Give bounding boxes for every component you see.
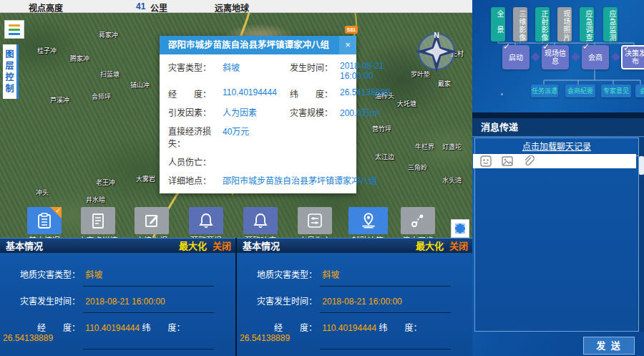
app-root: 视点高度 41 公里 远离地球 蒋家冲 桂子冲 腾家冲 扫蓝塘 铺山冲 芦溪冲 … <box>0 0 644 356</box>
map-place-label: 戴家 <box>438 79 451 88</box>
stage-label: 会商 <box>588 54 602 62</box>
map-place-label: 桂子冲 <box>37 46 57 55</box>
row-label: 地质灾害类型： <box>237 268 317 280</box>
info-row: 灾害发生时间： 2018-08-21 16:00:00 <box>0 294 223 313</box>
layer-control-tab[interactable]: 图层控制 <box>3 44 19 99</box>
row-underline <box>320 349 451 350</box>
info-row: 经 度： 110.40194444 纬 度： 26.54138889 <box>237 321 459 350</box>
info-row: 灾害发生时间： 2018-08-21 16:00:00 <box>237 294 459 313</box>
close-button[interactable]: 关闭 <box>449 241 468 251</box>
row-value: 110.40194444 <box>322 323 376 333</box>
section-divider <box>472 112 644 118</box>
map-place-label: 水头湾 <box>442 175 462 185</box>
message-panel-title: 消息传递 <box>472 118 644 137</box>
row-label: 灾害发生时间： <box>237 294 317 307</box>
panel-divider <box>235 238 237 356</box>
send-button[interactable]: 发 送 <box>583 337 635 355</box>
stage-node-start[interactable]: ✓ 启动 <box>502 45 530 69</box>
output-task-dispatch-button[interactable]: 任务派遣 <box>531 85 558 97</box>
map-place-label: 扫蓝塘 <box>100 69 119 79</box>
map-place-label: 芦溪冲 <box>50 95 69 105</box>
load-chat-history-link[interactable]: 点击加载聊天记录 <box>522 142 591 152</box>
toolbar-stop-sync-button[interactable] <box>401 207 435 234</box>
disaster-type-value: 斜坡 <box>223 61 290 81</box>
toolbar-warning-button[interactable] <box>189 207 223 234</box>
toolbar-decision-button[interactable] <box>348 207 388 234</box>
popup-title: 邵阳市城步苗族自治县茅坪镇谭家冲八组 <box>160 36 356 54</box>
viewpoint-height-unit: 公里 <box>150 1 167 14</box>
map-place-label: 灯盏坨 <box>442 142 462 151</box>
camera-mode-label: 远离地球 <box>215 1 249 14</box>
layer-button-ortho[interactable]: 正射影像 <box>535 7 550 42</box>
chat-scrollbar[interactable] <box>639 138 644 332</box>
basic-info-panel: 基本情况 最大化关闭 地质灾害类型： 斜坡 灾害发生时间： 2018-08-21… <box>0 238 235 356</box>
disaster-type-label: 灾害类型： <box>168 61 223 81</box>
select-extent-tool[interactable] <box>451 219 469 238</box>
row-label: 灾害发生时间： <box>0 294 80 307</box>
row-label2: 纬 度： <box>142 323 185 333</box>
check-icon: ✓ <box>542 43 550 51</box>
flow-arrow-icon <box>531 52 540 62</box>
map-place-label: 牛栏界 <box>415 142 434 151</box>
casualty-value <box>223 155 290 168</box>
layer-button-panorama[interactable]: 全景 <box>491 7 505 42</box>
viewpoint-height-value: 41 <box>136 1 145 11</box>
row-underline <box>83 312 214 313</box>
basic-info-panel-2: 基本情况 最大化关闭 地质灾害类型： 斜坡 灾害发生时间： 2018-08-21… <box>237 238 472 356</box>
image-icon[interactable] <box>502 155 513 167</box>
paperclip-icon[interactable] <box>523 155 535 167</box>
toolbar-detail-button[interactable] <box>81 207 115 234</box>
hamburger-icon <box>9 24 20 27</box>
latitude-value: 26.54138889 <box>340 87 390 100</box>
toolbar-report-button[interactable] <box>135 207 169 234</box>
layer-button-survey[interactable]: 应急调查 <box>580 7 594 42</box>
row-label2: 纬 度： <box>379 323 422 333</box>
map-place-label: 会师坪 <box>92 92 111 101</box>
right-panel: 全景 三维影像 正射影像 现场照片 应急调查 应急监测 ✓ 启动 ✓ 现场信息 … <box>472 0 644 356</box>
layer-button-3d-image[interactable]: 三维影像 <box>513 7 527 42</box>
menu-toggle-button[interactable] <box>4 20 24 39</box>
stage-node-site-info[interactable]: ✓ 现场信息 <box>542 45 569 69</box>
sliders-icon <box>306 212 323 229</box>
stage-node-decision[interactable]: ✓ 决策发布 <box>621 45 644 69</box>
map-place-label: 大圫塘 <box>397 99 416 108</box>
close-button[interactable]: 关闭 <box>213 241 231 251</box>
popup-close-button[interactable]: × <box>339 36 356 54</box>
bell-icon <box>197 212 215 229</box>
map-canvas[interactable]: 蒋家冲 桂子冲 腾家冲 扫蓝塘 铺山冲 芦溪冲 会师坪 正村 罗叶垫 戴家 油榨… <box>0 13 472 238</box>
row-underline <box>83 286 214 287</box>
check-icon: ✓ <box>503 43 510 51</box>
compass-icon[interactable]: N <box>414 29 459 77</box>
stage-node-consult[interactable]: ✓ 会商 <box>582 45 609 69</box>
layer-button-site-photo[interactable]: 现场照片 <box>557 7 572 42</box>
smiley-icon[interactable] <box>480 155 492 167</box>
maximize-button[interactable]: 最大化 <box>179 241 207 251</box>
map-place-label: 蒋家冲 <box>99 30 118 39</box>
road-shield-badge: S81 <box>345 26 358 34</box>
info-row: 地质灾害类型： 斜坡 <box>0 268 223 287</box>
chat-scrollbar-thumb[interactable] <box>639 156 644 175</box>
map-place-label: 铺山冲 <box>130 80 150 90</box>
panel-title: 基本情况 <box>6 241 43 251</box>
toolbar-basic-info-button[interactable]: ✓ <box>27 207 62 234</box>
maximize-button[interactable]: 最大化 <box>416 241 444 251</box>
address-value: 邵阳市城步苗族自治县茅坪镇谭家冲八组 <box>223 174 390 186</box>
chat-input-toolbar <box>473 154 636 168</box>
output-expert-opinion-button[interactable]: 专家意见 <box>601 85 631 97</box>
occur-time-label: 发生时间： <box>290 61 340 81</box>
document-icon <box>89 212 107 229</box>
casualty-label: 人员伤亡： <box>168 155 223 168</box>
occur-time-value: 2018-08-21 16:00:00 <box>340 61 390 81</box>
toolbar-response-button[interactable] <box>243 207 278 234</box>
bell-icon <box>252 212 269 229</box>
toolbar-casualty-button[interactable] <box>298 207 332 234</box>
row-value: 斜坡 <box>85 270 102 280</box>
status-bar: 视点高度 41 公里 远离地球 <box>0 0 472 13</box>
select-rect-icon <box>455 223 465 234</box>
stage-label: 启动 <box>509 54 523 62</box>
row-underline <box>320 286 451 287</box>
output-consult-button[interactable]: 会商 <box>635 85 644 97</box>
layer-button-monitor[interactable]: 应急监测 <box>603 7 618 42</box>
check-badge-icon: ✓ <box>50 207 62 218</box>
output-meeting-minutes-button[interactable]: 会商纪要 <box>565 85 595 97</box>
